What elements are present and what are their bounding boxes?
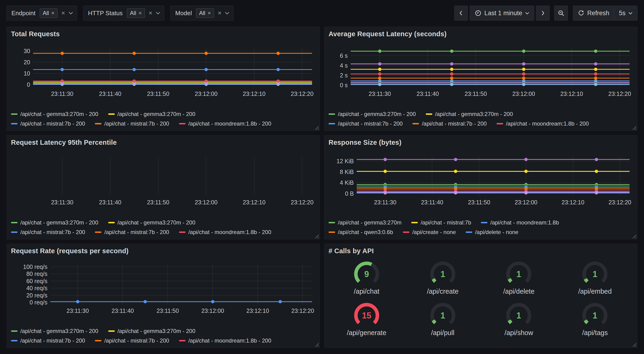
filter-clear-icon[interactable]: × — [61, 10, 65, 16]
chip-remove-icon[interactable]: × — [208, 10, 211, 16]
legend-item[interactable]: /api/chat - gemma3:270m - 200 — [108, 328, 196, 334]
panel-title[interactable]: Request Latency 95th Percentile — [11, 139, 316, 146]
legend-series-swatch — [108, 330, 115, 332]
refresh-interval-label: 5s — [619, 10, 626, 17]
legend-series-label: /api/chat - gemma3:270m - 200 — [20, 111, 98, 117]
refresh-icon — [578, 10, 584, 16]
chevron-down-icon[interactable] — [68, 12, 73, 15]
legend-item[interactable]: /api/chat - mistral:7b - 200 — [412, 120, 486, 127]
legend-series-swatch — [179, 231, 186, 233]
gauge-label: /api/create — [427, 288, 458, 295]
legend-item[interactable]: /api/chat - mistral:7b - 200 — [11, 337, 85, 344]
legend-series-label: /api/chat - gemma3:270m - 200 — [118, 328, 196, 334]
legend-item[interactable]: /api/chat - mistral:7b - 200 — [95, 229, 169, 235]
zoom-out-button[interactable] — [554, 6, 568, 21]
legend-item[interactable]: /api/chat - gemma3:270m - 200 — [426, 111, 513, 117]
gauge-/api/embed: 1/api/embed — [557, 259, 633, 295]
legend-item[interactable]: /api/chat - gemma3:270m - 200 — [11, 111, 98, 117]
legend-series-label: /api/chat - mistral:7b - 200 — [104, 229, 169, 235]
chip-remove-icon[interactable]: × — [51, 10, 54, 16]
legend-item[interactable]: /api/chat - gemma3:270m - 200 — [328, 111, 416, 117]
legend-item[interactable]: /api/chat - mistral:7b - 200 — [95, 337, 169, 344]
legend-item[interactable]: /api/create - none — [403, 229, 456, 235]
legend-item[interactable]: /api/delete - none — [466, 229, 518, 235]
legend-series-swatch — [466, 231, 472, 233]
legend-item[interactable]: /api/chat - gemma3:270m - 200 — [11, 219, 98, 226]
latency-95th-percentile-chart[interactable]: 23:11:3023:11:4023:11:5023:12:0023:12:10… — [11, 147, 316, 208]
legend-item[interactable]: /api/chat - moondream:1.8b - 200 — [179, 229, 271, 235]
time-range-button[interactable]: Last 1 minute — [470, 6, 534, 21]
legend-item[interactable]: /api/chat - moondream:1.8b - 200 — [496, 120, 589, 127]
gauge-label: /api/delete — [503, 288, 534, 295]
legend-series-label: /api/chat - gemma3:270m - 200 — [118, 219, 196, 226]
legend-item[interactable]: /api/chat - mistral:7b - 200 — [328, 120, 402, 127]
response-size-chart[interactable]: 23:11:3023:11:4023:11:5023:12:0023:12:10… — [328, 147, 633, 208]
svg-text:23:12:10: 23:12:10 — [560, 91, 583, 97]
panel-request-rate: Request Rate (requests per second) 23:11… — [6, 244, 320, 348]
svg-text:23:11:30: 23:11:30 — [51, 91, 73, 97]
refresh-button[interactable]: Refresh — [573, 6, 614, 21]
svg-text:23:12:20: 23:12:20 — [291, 199, 313, 206]
filter-model[interactable]: Model All × × — [170, 6, 234, 21]
svg-text:60 req/s: 60 req/s — [26, 278, 48, 284]
legend-item[interactable]: /api/chat - moondream:1.8b - 200 — [179, 337, 271, 344]
panel-title[interactable]: Total Requests — [11, 30, 316, 38]
legend-row: /api/chat - gemma3:270m - 200/api/chat -… — [11, 328, 316, 334]
panel-title[interactable]: Request Rate (requests per second) — [11, 247, 316, 255]
filter-clear-icon[interactable]: × — [148, 10, 152, 16]
svg-text:23:12:10: 23:12:10 — [243, 91, 266, 97]
legend-series-swatch — [11, 340, 18, 341]
panel-latency-95th-percentile: Request Latency 95th Percentile 23:11:30… — [6, 135, 320, 239]
legend-item[interactable]: /api/chat - mistral:7b - 200 — [11, 120, 85, 127]
legend-item[interactable]: /api/chat - mistral:7b - 200 — [95, 120, 169, 127]
legend-series-swatch — [108, 222, 115, 223]
chip-remove-icon[interactable]: × — [138, 10, 142, 16]
chevron-down-icon[interactable] — [156, 12, 160, 15]
total-requests-chart[interactable]: 23:11:3023:11:4023:11:5023:12:0023:12:10… — [11, 38, 316, 99]
legend-item[interactable]: /api/chat - gemma3:270m — [328, 219, 402, 226]
svg-text:23:12:00: 23:12:00 — [514, 199, 537, 206]
legend-item[interactable]: /api/chat - moondream:1.8b — [481, 219, 559, 226]
dashboard-toolbar: Endpoint All × × HTTP Status All × × Mod… — [6, 6, 638, 21]
legend-series-label: /api/chat - qwen3:0.6b — [338, 229, 393, 235]
filter-http-status[interactable]: HTTP Status All × × — [83, 6, 164, 21]
legend-item[interactable]: /api/chat - moondream:1.8b - 200 — [179, 120, 271, 127]
legend-item[interactable]: /api/chat - mistral:7b — [411, 219, 471, 226]
legend-series-swatch — [11, 123, 18, 124]
legend-item[interactable]: /api/chat - qwen3:0.6b — [328, 229, 393, 235]
legend-series-label: /api/chat - gemma3:270m - 200 — [20, 328, 98, 334]
filter-value-chip[interactable]: All × — [40, 9, 58, 18]
panel-title[interactable]: # Calls by API — [328, 247, 633, 255]
legend-item[interactable]: /api/chat - gemma3:270m - 200 — [11, 328, 98, 334]
request-rate-chart[interactable]: 23:11:3023:11:4023:11:5023:12:0023:12:10… — [11, 255, 316, 316]
svg-text:1: 1 — [440, 311, 445, 320]
legend-item[interactable]: /api/chat - gemma3:270m - 200 — [108, 219, 196, 226]
filter-endpoint[interactable]: Endpoint All × × — [6, 6, 77, 21]
svg-text:23:12:00: 23:12:00 — [202, 307, 224, 314]
legend-item[interactable]: /api/chat - gemma3:270m - 200 — [108, 111, 196, 117]
panel-response-size: Response Size (bytes) 23:11:3023:11:4023… — [324, 135, 638, 239]
time-forward-button[interactable] — [536, 6, 550, 21]
filter-label: HTTP Status — [88, 10, 123, 17]
svg-text:23:12:20: 23:12:20 — [608, 199, 631, 206]
legend-row: /api/chat - mistral:7b - 200/api/chat - … — [11, 337, 316, 344]
time-back-button[interactable] — [454, 6, 468, 21]
chevron-down-icon[interactable] — [225, 12, 230, 15]
legend-series-swatch — [328, 231, 335, 233]
refresh-interval-button[interactable]: 5s — [614, 6, 638, 21]
svg-text:1: 1 — [592, 311, 597, 320]
legend-series-label: /api/chat - moondream:1.8b - 200 — [506, 120, 589, 127]
avg-request-latency-chart[interactable]: 23:11:3023:11:4023:11:5023:12:0023:12:10… — [328, 38, 633, 99]
panel-title[interactable]: Average Request Latency (seconds) — [328, 30, 633, 38]
filter-clear-icon[interactable]: × — [218, 10, 222, 16]
panel-title[interactable]: Response Size (bytes) — [328, 139, 633, 146]
chart-legend: /api/chat - gemma3:270m - 200/api/chat -… — [11, 111, 316, 128]
svg-text:23:11:50: 23:11:50 — [156, 307, 179, 314]
filter-value-chip[interactable]: All × — [196, 9, 214, 18]
filter-label: Model — [175, 10, 192, 17]
legend-item[interactable]: /api/chat - mistral:7b - 200 — [11, 229, 85, 235]
svg-text:4 s: 4 s — [340, 62, 348, 69]
filter-value-chip[interactable]: All × — [127, 9, 145, 18]
panel-resize-handle[interactable] — [632, 342, 636, 347]
gauge-/api/tags: 1/api/tags — [557, 300, 633, 337]
